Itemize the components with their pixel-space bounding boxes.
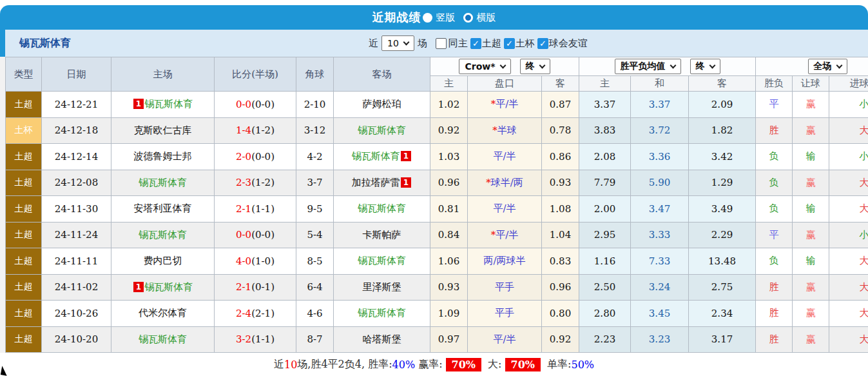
summary-segment: 大: — [485, 358, 501, 371]
type-cell: 土超 — [6, 170, 42, 196]
avg-away-cell: 1.29 — [689, 170, 756, 196]
home-team-cell: 锡瓦斯体育 — [111, 326, 215, 353]
summary-segment: 10 — [284, 359, 297, 371]
team-name: 代米尔体育 — [139, 307, 187, 319]
team-name: 锡瓦斯体育 — [139, 333, 187, 345]
filterbar: 锡瓦斯体育 近 10 场 同主 ✓ 土超 ✓ 土杯 ✓ 球会友谊 — [5, 30, 868, 57]
subheader-avg-away: 客 — [689, 76, 756, 92]
halftime-score: (2-1) — [251, 308, 275, 319]
period-select-value: 全场 — [814, 61, 832, 72]
team-name: 安塔利亚体育 — [134, 203, 192, 214]
column-header-score: 比分(半场) — [215, 57, 296, 92]
results-table-body: 土超24-12-211锡瓦斯体育0-0(0-0)2-10萨姆松珀1.02*平/半… — [6, 92, 868, 353]
outcome-cell: 胜 — [756, 326, 793, 353]
avg-away-cell: 3.49 — [689, 196, 756, 223]
subheader-odds-away: 客 — [542, 76, 579, 92]
odds-home-cell: 1.02 — [430, 92, 468, 118]
team-name: 锡瓦斯体育 — [358, 203, 406, 214]
radio-vertical-selected-icon[interactable] — [423, 13, 432, 23]
odds-home-cell: 1.03 — [430, 144, 468, 170]
star-marker: * — [486, 177, 491, 188]
handicap-result-cell: 输 — [793, 196, 829, 223]
recent-count-select[interactable]: 10 — [381, 35, 414, 51]
average-odds-select[interactable]: 胜平负均值 — [615, 59, 681, 74]
team-name: 克斯欧仁古库 — [134, 124, 192, 136]
filter-controls: 近 10 场 同主 ✓ 土超 ✓ 土杯 ✓ 球会友谊 — [365, 35, 589, 51]
odds-time-select-2[interactable]: 终 — [690, 59, 720, 74]
cup-checkbox[interactable]: ✓ — [504, 38, 515, 49]
avg-home-cell: 7.79 — [579, 170, 631, 196]
goals-result-cell: 大 — [829, 117, 868, 144]
same-home-checkbox[interactable] — [436, 38, 447, 49]
handicap-cell: 平/半 — [468, 196, 542, 223]
rank-badge: 1 — [133, 99, 144, 109]
handicap-result-cell: 赢 — [793, 301, 829, 327]
date-cell: 24-11-02 — [42, 274, 111, 301]
outcome-cell: 胜 — [756, 301, 793, 327]
same-home-label[interactable]: 同主 — [448, 37, 468, 50]
summary-segment: 50% — [571, 359, 594, 371]
match-row: 土超24-10-20锡瓦斯体育3-2(1-1)8-7哈塔斯堡0.97平/半0.9… — [6, 326, 868, 353]
odds-away-cell: 0.78 — [542, 117, 579, 144]
avg-draw-cell: 5.90 — [631, 170, 689, 196]
halftime-score: (0-0) — [251, 99, 275, 110]
recent-results-panel: 近期战绩 竖版 横版 锡瓦斯体育 近 10 场 同主 ✓ 土超 ✓ 土杯 ✓ 球… — [0, 5, 868, 57]
friendly-checkbox[interactable]: ✓ — [537, 38, 548, 49]
period-select[interactable]: 全场 — [808, 59, 847, 74]
away-team-cell: 萨姆松珀 — [334, 92, 430, 118]
chevron-down-icon — [709, 63, 715, 69]
outcome-cell: 负 — [756, 196, 793, 223]
results-table: 类型 日期 主场 比分(半场) 角球 客场 Crow* 终 — [5, 57, 868, 353]
handicap-result-cell: 输 — [793, 144, 829, 170]
bookmaker-select[interactable]: Crow* — [459, 59, 510, 74]
home-team-cell: 1锡瓦斯体育 — [111, 274, 215, 301]
avg-draw-cell: 3.36 — [631, 144, 689, 170]
goals-result-cell: 大 — [829, 170, 868, 196]
cup-label[interactable]: 土杯 — [516, 37, 535, 50]
radio-vertical-label[interactable]: 竖版 — [436, 12, 456, 24]
odds-away-cell: 0.92 — [542, 326, 579, 353]
recent-count-value: 10 — [387, 38, 399, 48]
goals-result-cell: 大 — [829, 301, 868, 327]
summary-segment: 场,胜4平2负4, 胜率: — [297, 358, 392, 371]
super-league-label[interactable]: 土超 — [482, 37, 501, 50]
date-cell: 24-12-14 — [42, 144, 111, 170]
type-cell: 土超 — [6, 301, 42, 327]
avg-home-cell: 3.83 — [579, 117, 631, 144]
radio-horizontal-icon[interactable] — [463, 13, 473, 23]
score-cell: 0-0(0-0) — [215, 92, 296, 118]
avg-away-cell: 1.82 — [689, 117, 756, 144]
handicap-result-cell: 赢 — [793, 326, 829, 353]
avg-draw-cell: 7.33 — [631, 248, 689, 275]
subheader-avg-draw: 和 — [631, 76, 689, 92]
avg-away-cell: 13.48 — [689, 248, 756, 275]
match-row: 土超24-11-24锡瓦斯体育0-0(0-0)5-4卡斯帕萨0.84*平/半1.… — [6, 222, 868, 248]
outcome-cell: 胜 — [756, 274, 793, 301]
chevron-down-icon — [670, 63, 676, 69]
away-team-cell: 锡瓦斯体育 — [334, 196, 430, 223]
subheader-handicap: 盘口 — [468, 76, 542, 92]
handicap-text: 平手 — [495, 307, 514, 319]
friendly-label[interactable]: 球会友谊 — [549, 37, 588, 50]
home-team-cell: 克斯欧仁古库 — [111, 117, 215, 144]
average-odds-select-value: 胜平负均值 — [621, 61, 666, 72]
handicap-text: 平/半 — [493, 203, 516, 214]
subheader-handicap-result: 让球 — [793, 76, 829, 92]
fulltime-score: 2-1 — [236, 203, 251, 215]
odds-home-cell: 0.84 — [430, 222, 468, 248]
handicap-result-cell: 赢 — [793, 170, 829, 196]
radio-horizontal-label[interactable]: 横版 — [477, 12, 496, 24]
team-name: 锡瓦斯体育 — [139, 177, 187, 188]
odds-time-select-1[interactable]: 终 — [520, 59, 550, 74]
away-team-cell: 里泽斯堡 — [334, 274, 430, 301]
score-cell: 2-4(2-1) — [215, 301, 296, 327]
avg-home-cell: 1.16 — [579, 248, 631, 275]
handicap-text: 两/两球半 — [483, 255, 525, 266]
type-cell: 土超 — [6, 326, 42, 353]
handicap-text: 平/半 — [496, 229, 518, 241]
match-row: 土超24-11-30安塔利亚体育2-1(1-1)9-5锡瓦斯体育0.81平/半1… — [6, 196, 868, 223]
goals-result-cell: 小 — [829, 222, 868, 248]
super-league-checkbox[interactable]: ✓ — [470, 38, 481, 49]
odds-away-cell: 0.86 — [542, 144, 579, 170]
date-cell: 24-10-26 — [42, 301, 111, 327]
